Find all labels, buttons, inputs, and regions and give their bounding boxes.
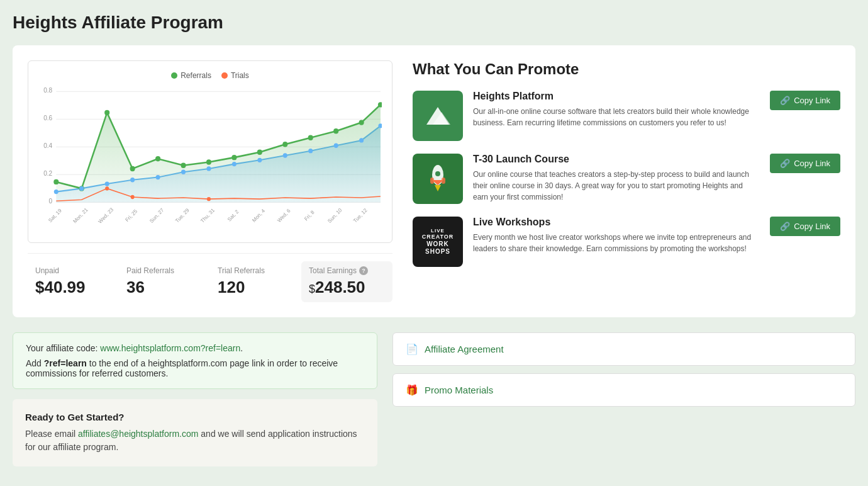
unpaid-label: Unpaid — [35, 266, 111, 275]
copy-link-t30[interactable]: 🔗 Copy Link — [770, 154, 840, 173]
bottom-right: 📄 Affiliate Agreement 🎁 Promo Materials — [392, 332, 855, 466]
svg-text:Wed, 23: Wed, 23 — [97, 206, 115, 225]
workshops-desc: Every month we host live creator worksho… — [473, 232, 760, 254]
stat-unpaid: Unpaid $40.99 — [28, 261, 119, 302]
ready-text: Please email affiliates@heightsplatform.… — [25, 427, 365, 454]
stats-row: Unpaid $40.99 Paid Referrals 36 Trial Re… — [28, 253, 392, 302]
instruction-code: ?ref=learn — [44, 358, 87, 368]
total-earnings-value: $248.50 — [309, 278, 385, 297]
affiliate-code-box: Your affiliate code: www.heightsplatform… — [13, 332, 377, 389]
ready-prefix: Please email — [25, 429, 78, 439]
svg-text:Sun, 10: Sun, 10 — [326, 207, 343, 224]
copy-icon-2: 🔗 — [780, 222, 790, 231]
svg-point-18 — [206, 159, 211, 164]
main-card: Referrals Trials 0.8 0.6 0.4 0.2 0 — [13, 45, 855, 317]
agreement-icon: 📄 — [406, 343, 418, 355]
affiliate-agreement-btn[interactable]: 📄 Affiliate Agreement — [392, 332, 855, 366]
legend-trials: Trials — [221, 71, 249, 80]
svg-text:0: 0 — [49, 198, 53, 205]
paid-referrals-label: Paid Referrals — [126, 266, 203, 275]
product-item-heights-platform: Heights Platform Our all-in-one online c… — [413, 91, 840, 141]
paid-referrals-value: 36 — [126, 278, 203, 297]
promo-materials-label: Promo Materials — [425, 385, 493, 395]
svg-text:Tue, 29: Tue, 29 — [174, 207, 191, 224]
workshops-icon: LIVE CREATOR WORK SHOPS — [413, 217, 463, 267]
ready-email[interactable]: affiliates@heightsplatform.com — [78, 429, 198, 439]
promote-title: What You Can Promote — [413, 60, 840, 78]
right-panel: What You Can Promote Heights Platform Ou… — [413, 60, 840, 302]
svg-point-26 — [54, 189, 58, 194]
copy-link-heights-platform[interactable]: 🔗 Copy Link — [770, 91, 840, 110]
heights-platform-name: Heights Platform — [473, 91, 760, 102]
svg-point-36 — [308, 149, 313, 153]
svg-point-37 — [334, 144, 338, 148]
referrals-label: Referrals — [181, 71, 211, 80]
legend-referrals: Referrals — [171, 71, 211, 80]
svg-point-15 — [130, 166, 135, 171]
copy-link-workshops[interactable]: 🔗 Copy Link — [770, 217, 840, 236]
svg-point-34 — [257, 158, 262, 162]
chart-svg: 0.8 0.6 0.4 0.2 0 — [38, 86, 382, 225]
ready-title: Ready to Get Started? — [25, 412, 365, 422]
bottom-section: Your affiliate code: www.heightsplatform… — [13, 332, 855, 466]
t30-icon — [413, 154, 463, 204]
svg-point-42 — [207, 197, 211, 201]
svg-text:0.8: 0.8 — [43, 87, 52, 94]
svg-point-12 — [53, 179, 58, 184]
affiliate-code-prefix: Your affiliate code: — [26, 343, 100, 353]
svg-rect-60 — [430, 178, 434, 184]
svg-text:Wed, 6: Wed, 6 — [276, 208, 292, 223]
stat-total-earnings: Total Earnings ? $248.50 — [301, 261, 392, 302]
t30-desc: Our online course that teaches creators … — [473, 169, 760, 203]
svg-point-40 — [105, 186, 109, 190]
svg-text:Sat, 2: Sat, 2 — [226, 208, 240, 222]
t30-name: T-30 Launch Course — [473, 154, 760, 165]
svg-point-16 — [155, 156, 160, 161]
chart-container: Referrals Trials 0.8 0.6 0.4 0.2 0 — [28, 60, 392, 243]
chart-legend: Referrals Trials — [38, 71, 382, 80]
svg-point-23 — [333, 128, 338, 133]
svg-point-29 — [130, 178, 135, 182]
svg-point-35 — [283, 153, 287, 157]
affiliate-code-text: Your affiliate code: www.heightsplatform… — [26, 343, 364, 353]
svg-text:Mon, 4: Mon, 4 — [251, 208, 266, 223]
workshops-info: Live Workshops Every month we host live … — [473, 217, 760, 254]
promo-materials-btn[interactable]: 🎁 Promo Materials — [392, 373, 855, 407]
trial-referrals-value: 120 — [218, 278, 294, 297]
workshops-name: Live Workshops — [473, 217, 760, 228]
svg-point-62 — [435, 171, 440, 176]
t30-info: T-30 Launch Course Our online course tha… — [473, 154, 760, 203]
svg-text:0.6: 0.6 — [43, 115, 52, 122]
svg-point-22 — [308, 135, 313, 140]
svg-point-24 — [359, 120, 364, 125]
trials-label: Trials — [231, 71, 249, 80]
svg-text:Sat, 19: Sat, 19 — [47, 208, 63, 224]
svg-point-32 — [206, 166, 211, 171]
affiliate-agreement-label: Affiliate Agreement — [425, 344, 504, 354]
affiliate-code-instruction: Add ?ref=learn to the end of a heightspl… — [26, 358, 364, 378]
svg-point-20 — [257, 150, 262, 155]
svg-text:Thu, 31: Thu, 31 — [199, 207, 216, 224]
stat-trial-referrals: Trial Referrals 120 — [210, 261, 301, 302]
trials-dot — [221, 72, 228, 79]
svg-point-19 — [231, 155, 236, 160]
svg-point-17 — [181, 163, 186, 168]
svg-point-14 — [104, 110, 109, 115]
page-title: Heights Affiliate Program — [13, 13, 855, 33]
affiliate-code-link[interactable]: www.heightsplatform.com?ref=learn — [100, 343, 240, 353]
trial-referrals-label: Trial Referrals — [218, 266, 294, 275]
svg-point-33 — [232, 162, 236, 166]
copy-icon-1: 🔗 — [780, 159, 790, 168]
heights-platform-icon — [413, 91, 463, 141]
svg-point-28 — [105, 181, 109, 186]
svg-text:Fri, 25: Fri, 25 — [125, 208, 139, 223]
info-icon: ? — [359, 266, 368, 275]
svg-point-30 — [156, 175, 160, 179]
instruction-prefix: Add — [26, 358, 44, 368]
svg-rect-61 — [442, 178, 445, 184]
svg-text:0.4: 0.4 — [43, 142, 52, 149]
unpaid-value: $40.99 — [35, 278, 111, 297]
svg-point-27 — [79, 186, 84, 191]
svg-marker-63 — [435, 185, 441, 191]
total-earnings-label: Total Earnings ? — [309, 266, 385, 275]
